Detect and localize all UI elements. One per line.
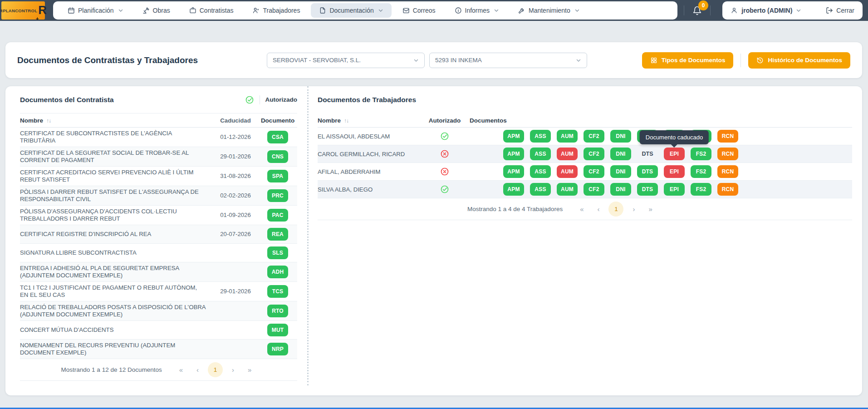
document-name: CERTIFICAT DE LA SEGURETAT SOCIAL DE TRO…: [20, 149, 213, 164]
document-badge[interactable]: EPI: [664, 165, 685, 178]
document-badge[interactable]: DTS: [637, 165, 658, 178]
document-badge[interactable]: CSA: [267, 131, 288, 143]
table-row: AFILAL, ABDERRAHIMAPMASSAUMCF2DNIDTSEPIF…: [318, 163, 852, 181]
sort-icon[interactable]: ↑↓: [344, 118, 348, 124]
document-badge[interactable]: MUT: [267, 324, 288, 336]
contractor-documents-panel: Documentos del Contratista Autorizado No…: [5, 86, 309, 385]
document-badge-missing[interactable]: DTS: [637, 151, 658, 157]
document-badge[interactable]: RCN: [717, 165, 738, 178]
pagination-last-button[interactable]: »: [243, 365, 256, 375]
document-badge[interactable]: CF2: [584, 130, 604, 143]
document-badge[interactable]: RCN: [717, 148, 738, 160]
pagination-prev-button[interactable]: ‹: [192, 365, 203, 375]
document-badge[interactable]: ADH: [267, 266, 288, 278]
document-name: CERTIFICAT ACREDITACIO SERVEI PREVENCIO …: [20, 169, 213, 183]
site-select[interactable]: 5293 IN INKEMA: [429, 53, 587, 68]
chevron-down-icon: [413, 58, 419, 63]
nav-item-documentacion[interactable]: Documentación: [311, 3, 391, 18]
document-badge[interactable]: PAC: [267, 209, 288, 222]
pagination-first-button[interactable]: «: [575, 204, 588, 214]
nav-item-obras[interactable]: Obras: [134, 3, 178, 18]
document-badge[interactable]: FS2: [691, 183, 711, 196]
document-badge[interactable]: FS2: [691, 148, 711, 160]
pagination-next-button[interactable]: ›: [227, 365, 239, 375]
gavel-icon: [142, 7, 150, 14]
document-badge[interactable]: DNI: [610, 148, 631, 160]
nav-item-informes[interactable]: Informes: [446, 3, 507, 18]
logo-text: RPLANCONTROL: [0, 8, 37, 13]
nav-item-trabajadores[interactable]: Trabajadores: [244, 3, 308, 18]
pagination-next-button[interactable]: ›: [628, 204, 639, 214]
nav-item-correos[interactable]: Correos: [394, 3, 444, 18]
document-badge[interactable]: EPI: [664, 148, 685, 160]
document-badge[interactable]: DTS: [637, 183, 658, 196]
worker-name: SILVA ALBA, DIEGO: [318, 186, 420, 193]
document-badge[interactable]: AUM: [557, 183, 578, 196]
document-history-button[interactable]: Histórico de Documentos: [748, 52, 850, 69]
document-badge[interactable]: ASS: [530, 183, 551, 196]
document-badge[interactable]: CF2: [584, 148, 604, 160]
nav-item-label: Obras: [153, 7, 170, 14]
authorized-check-icon: [440, 132, 449, 141]
document-badge[interactable]: EPI: [664, 183, 685, 196]
chevron-down-icon: [574, 8, 580, 13]
document-badge[interactable]: APM: [503, 183, 524, 196]
notifications-bell-button[interactable]: 0: [691, 4, 704, 17]
expiry-date: 29-01-2026: [213, 288, 258, 295]
column-authorized: Autorizado: [420, 117, 470, 124]
document-badge[interactable]: CF2: [584, 183, 604, 196]
document-badge[interactable]: CF2: [584, 165, 604, 178]
history-icon: [756, 57, 764, 64]
pagination-prev-button[interactable]: ‹: [593, 204, 604, 214]
document-name: NOMENAMENT DEL RECURS PREVENTIU (ADJUNTE…: [20, 342, 213, 356]
contractor-select[interactable]: SERBOVIAT - SERVOBIAT, S.L.: [267, 53, 425, 68]
document-name: RELACIÓ DE TREBALLADORS POSATS A DISPOSI…: [20, 304, 213, 318]
nav-item-mantenimiento[interactable]: Mantenimiento: [510, 3, 588, 18]
pagination-last-button[interactable]: »: [644, 204, 657, 214]
pagination-first-button[interactable]: «: [175, 365, 187, 375]
document-badge[interactable]: FS2: [691, 165, 711, 178]
document-badge[interactable]: RCN: [717, 183, 738, 196]
document-badge[interactable]: ASS: [530, 148, 551, 160]
document-badge[interactable]: DNI: [610, 130, 631, 143]
document-badge[interactable]: PRC: [267, 189, 288, 202]
document-badge[interactable]: RCN: [717, 130, 738, 143]
expiry-date: 02-02-2026: [213, 192, 258, 199]
nav-item-planificacion[interactable]: Planificación: [59, 3, 132, 18]
document-badge[interactable]: AUM: [557, 165, 578, 178]
column-name: Nombre: [318, 117, 341, 124]
pagination-page-1[interactable]: 1: [608, 202, 623, 217]
document-badge[interactable]: APM: [503, 130, 524, 143]
logout-button[interactable]: Cerrar: [826, 7, 854, 14]
document-badge[interactable]: AUM: [557, 130, 578, 143]
table-row: CERTIFICAT REGISTRE D'INSCRIPCIÓ AL REA2…: [20, 225, 297, 244]
document-name: ENTREGA I ADHESIÓ AL PLA DE SEGURETAT EM…: [20, 265, 213, 279]
document-badge[interactable]: CNS: [267, 150, 288, 163]
app-logo[interactable]: RPLANCONTROL R +: [1, 1, 45, 20]
user-pill: jroberto (ADMIN) Cerrar: [722, 1, 863, 20]
document-badge[interactable]: TCS: [267, 285, 288, 298]
sort-icon[interactable]: ↑↓: [46, 118, 51, 124]
legend-label: Autorizado: [265, 96, 298, 103]
page-header-card: Documentos de Contratistas y Trabajadore…: [5, 42, 862, 78]
document-badge[interactable]: DNI: [610, 165, 631, 178]
document-history-label: Histórico de Documentos: [768, 57, 842, 64]
document-badge[interactable]: APM: [503, 165, 524, 178]
pagination-page-1[interactable]: 1: [208, 362, 223, 377]
document-badge[interactable]: APM: [503, 148, 524, 160]
user-menu[interactable]: jroberto (ADMIN): [741, 7, 792, 14]
document-name: CONCERT MÚTUA D'ACCIDENTS: [20, 326, 213, 334]
document-badge[interactable]: SLS: [267, 246, 288, 259]
users-icon: [252, 7, 260, 14]
document-types-button[interactable]: Tipos de Documentos: [642, 52, 734, 69]
nav-item-contratistas[interactable]: Contratistas: [181, 3, 242, 18]
document-badge[interactable]: REA: [267, 228, 288, 241]
document-badge[interactable]: SPA: [267, 170, 288, 182]
document-badge[interactable]: ASS: [530, 165, 551, 178]
document-badge[interactable]: AUM: [557, 148, 578, 160]
document-badge[interactable]: ASS: [530, 130, 551, 143]
document-badge[interactable]: RTO: [267, 305, 288, 317]
topbar-divider: [684, 5, 684, 15]
document-badge[interactable]: NRP: [267, 343, 288, 355]
document-badge[interactable]: DNI: [610, 183, 631, 196]
